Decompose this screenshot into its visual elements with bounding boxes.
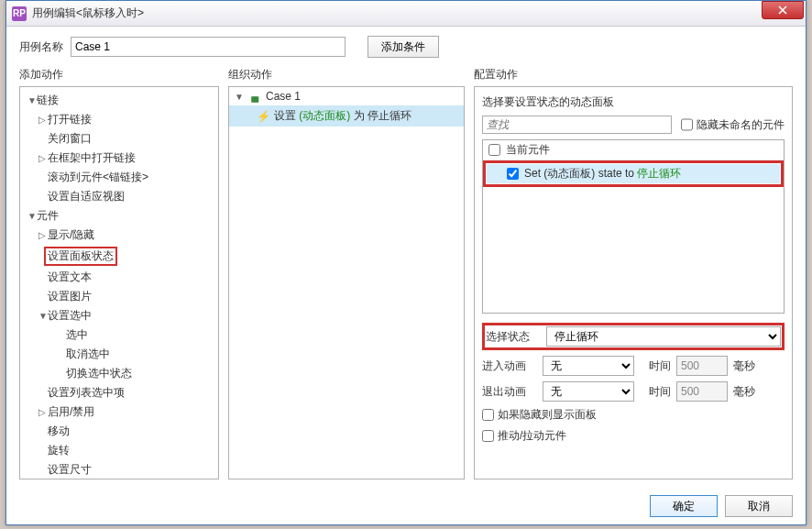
- close-button[interactable]: [762, 1, 804, 19]
- enter-anim-select[interactable]: 无: [543, 356, 634, 376]
- tree-rotate[interactable]: 旋转: [20, 441, 218, 460]
- tree-close-window[interactable]: 关闭窗口: [20, 129, 218, 149]
- current-widget-checkbox[interactable]: [488, 144, 500, 156]
- tree-unselected[interactable]: 取消选中: [20, 345, 218, 364]
- tree-list-selected[interactable]: 设置列表选中项: [20, 383, 218, 402]
- tree-toggle-selected[interactable]: 切换选中状态: [20, 364, 218, 383]
- tree-move[interactable]: 移动: [20, 422, 218, 441]
- add-condition-button[interactable]: 添加条件: [368, 36, 439, 58]
- exit-anim-select[interactable]: 无: [543, 381, 634, 402]
- tree-adaptive-view[interactable]: 设置自适应视图: [20, 187, 218, 206]
- ok-button[interactable]: 确定: [650, 495, 718, 517]
- tree-open-link[interactable]: 打开链接: [20, 110, 218, 129]
- col-header-mid: 组织动作: [228, 67, 465, 83]
- push-pull-checkbox[interactable]: 推动/拉动元件: [482, 428, 785, 444]
- window-title: 用例编辑<鼠标移入时>: [32, 6, 144, 21]
- dialog-window: RP 用例编辑<鼠标移入时> 用例名称 添加条件 添加动作 链接 打开链接 关闭…: [5, 0, 807, 525]
- tree-selected[interactable]: 选中: [20, 325, 218, 345]
- action-tree-panel: 链接 打开链接 关闭窗口 在框架中打开链接 滚动到元件<锚链接> 设置自适应视图…: [19, 86, 219, 479]
- titlebar: RP 用例编辑<鼠标移入时>: [6, 1, 806, 27]
- panel-row-text: Set (动态面板) state to 停止循环: [524, 166, 681, 182]
- tree-enable-disable[interactable]: 启用/禁用: [20, 402, 218, 422]
- close-icon: [778, 6, 787, 15]
- org-case-label: Case 1: [266, 90, 301, 103]
- panel-checkbox[interactable]: [507, 168, 519, 180]
- bolt-icon: ⚡: [257, 110, 270, 123]
- case-name-label: 用例名称: [19, 39, 63, 55]
- tree-set-selected[interactable]: 设置选中: [20, 306, 218, 325]
- case-name-input[interactable]: [71, 37, 346, 57]
- case-icon: ▗▖: [247, 91, 262, 103]
- tree-open-in-frame[interactable]: 在框架中打开链接: [20, 149, 218, 168]
- panel-listbox: 当前元件 Set (动态面板) state to 停止循环: [482, 139, 785, 314]
- app-icon: RP: [12, 6, 27, 21]
- list-row-selected[interactable]: Set (动态面板) state to 停止循环: [487, 164, 780, 183]
- col-header-left: 添加动作: [19, 67, 219, 83]
- tree-widgets[interactable]: 元件: [20, 206, 218, 226]
- organize-panel: ▗▖ Case 1 ⚡ 设置 (动态面板) 为 停止循环: [228, 86, 465, 479]
- enter-time-input: [676, 356, 728, 376]
- exit-time-label: 时间: [640, 384, 671, 400]
- tree-set-panel-state[interactable]: 设置面板状态: [20, 245, 218, 268]
- state-label: 选择状态: [486, 329, 541, 345]
- show-if-hidden-checkbox[interactable]: 如果隐藏则显示面板: [482, 407, 785, 423]
- exit-time-input: [676, 381, 728, 402]
- configure-panel: 选择要设置状态的动态面板 隐藏未命名的元件 当前元件: [474, 86, 793, 479]
- state-select[interactable]: 停止循环: [546, 326, 781, 347]
- org-action-row[interactable]: ⚡ 设置 (动态面板) 为 停止循环: [229, 105, 464, 127]
- tree-set-size[interactable]: 设置尺寸: [20, 460, 218, 479]
- tree-show-hide[interactable]: 显示/隐藏: [20, 226, 218, 245]
- tree-set-image[interactable]: 设置图片: [20, 287, 218, 306]
- enter-anim-label: 进入动画: [482, 358, 537, 374]
- hide-unnamed-checkbox[interactable]: 隐藏未命名的元件: [681, 116, 785, 134]
- list-header-current[interactable]: 当前元件: [483, 140, 784, 160]
- search-input[interactable]: [482, 116, 672, 134]
- tree-scroll-anchor[interactable]: 滚动到元件<锚链接>: [20, 168, 218, 187]
- tree-set-text[interactable]: 设置文本: [20, 268, 218, 287]
- tree-links[interactable]: 链接: [20, 91, 218, 110]
- col-header-right: 配置动作: [474, 67, 793, 83]
- cancel-button[interactable]: 取消: [725, 495, 793, 517]
- choose-panel-label: 选择要设置状态的动态面板: [482, 94, 785, 110]
- org-action-text: 设置 (动态面板) 为 停止循环: [274, 108, 411, 124]
- enter-ms-label: 毫秒: [733, 358, 761, 374]
- org-case-row[interactable]: ▗▖ Case 1: [229, 87, 464, 105]
- exit-ms-label: 毫秒: [733, 384, 761, 400]
- enter-time-label: 时间: [640, 358, 671, 374]
- exit-anim-label: 退出动画: [482, 384, 537, 400]
